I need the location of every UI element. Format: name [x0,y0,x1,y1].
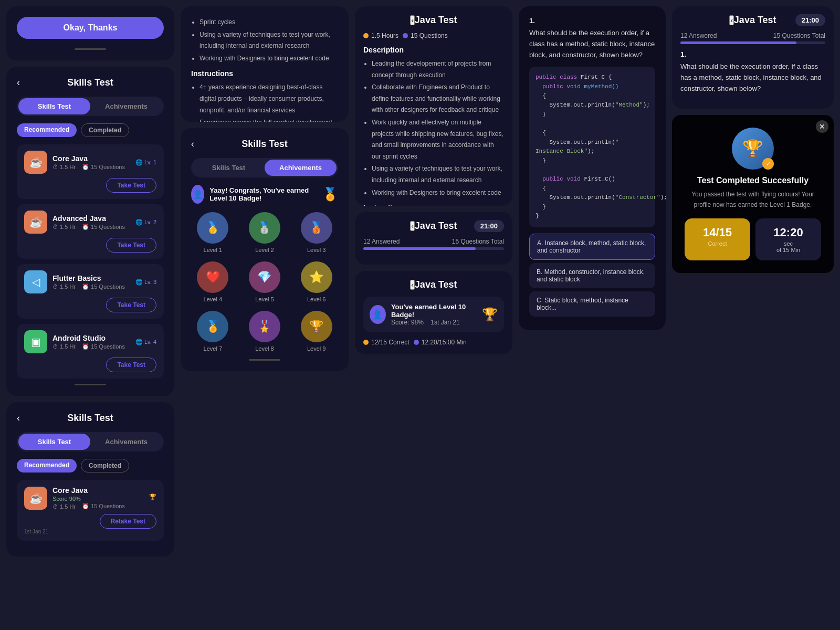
answer-option-a[interactable]: A. Instance block, method, static block,… [529,234,655,260]
tab-switcher-ach: Skills Test Achivements [191,158,338,177]
skills-test-title-1: Skills Test [67,77,113,88]
filter-row-2: Recommended Completed [17,459,164,472]
tab-achievements-1[interactable]: Achivements [90,98,162,114]
question-text-1: What should be the execution order, if a… [529,28,655,60]
test-name-1: Core Java [52,154,130,163]
congrats-text: Yaay! Congrats, You've earned Level 10 B… [209,186,317,202]
total-questions-1: 15 Questions Total [452,238,504,245]
badge-label-2: Level 2 [255,247,274,253]
earned-text: You've earned Level 10 Badge! [391,303,477,319]
desc-list-1: Leading the developement of projects fro… [363,58,504,198]
okay-thanks-button[interactable]: Okay, Thanks [17,17,164,39]
tab-achievements-ach[interactable]: Achivements [265,160,337,176]
desc-title-1: Description [363,46,504,54]
badge-label-1: Level 1 [204,247,222,253]
badge-level-8: 🎖️ Level 8 [243,311,287,352]
user-avatar-result: 👤 [370,305,386,324]
back-button-java-1[interactable]: ‹ [410,15,414,25]
close-modal-button[interactable]: ✕ [816,120,828,133]
java-test-result-card: ‹ Java Test 👤 You've earned Level 10 Bad… [355,271,512,354]
score-value: Score: 98% [391,319,424,326]
badge-label-6: Level 6 [307,296,326,302]
back-button-java-3[interactable]: ‹ [410,280,414,290]
java-test-title-1: Java Test [415,15,457,26]
level-badge-1: 🌐 Lv. 1 [135,159,156,166]
time-number: 12:20 [761,226,816,239]
skills-test-card-1: ‹ Skills Test Skills Test Achivements Re… [6,67,174,396]
take-test-btn-3[interactable]: Take Test [106,298,156,312]
badge-circle-8: 🎖️ [249,311,280,342]
back-button-java-2[interactable]: ‹ [410,221,414,231]
tab-achievements-2[interactable]: Achivements [90,434,162,450]
back-button-2[interactable]: ‹ [17,413,20,424]
filter-recommended-2[interactable]: Recommended [17,459,77,472]
time-unit-label: sec of 15 Min [761,240,816,253]
badge-level-4: ❤️ Level 4 [191,261,235,302]
badge-circle-4: ❤️ [197,261,228,293]
java-test-timer-card-1: ‹ Java Test 21:00 12 Answered 15 Questio… [355,212,512,265]
correct-label: Correct [690,240,745,247]
test-time-4: ⏱ 1.5 Hr [52,343,76,350]
badge-level-6: ⭐ Level 6 [295,261,338,302]
badges-grid: 🥇 Level 1 🥈 Level 2 🥉 Level 3 ❤️ Level 4… [191,212,338,352]
back-button-java-4[interactable]: ‹ [729,15,733,25]
test-time-1: ⏱ 1.5 Hr [52,164,76,171]
badge-circle-5: 💎 [249,261,280,293]
flutter-icon: ◁ [24,270,47,293]
take-test-btn-1[interactable]: Take Test [106,178,156,193]
trophy-icon: 🏆 [149,494,156,500]
test-name-2: Advanced Java [52,214,130,223]
badge-circle-2: 🥈 [249,212,280,244]
answered-count-1: 12 Answered [363,238,400,245]
tab-skills-ach[interactable]: Skills Test [193,160,265,176]
ach-progress [249,359,280,361]
badge-label-9: Level 9 [307,345,326,352]
time-chip-1: 1.5 Hours [363,32,398,39]
java-test-title-4: Java Test [734,15,776,26]
test-questions-5: ⏰ 15 Questions [82,503,125,510]
back-button-1[interactable]: ‹ [17,77,20,88]
instructions-list-1: 4+ years experience designing best-of-cl… [191,82,338,122]
progress-fill-2 [680,41,796,44]
back-button-ach[interactable]: ‹ [191,139,194,150]
progress-track-1 [363,247,504,250]
question-panel-1: 1. What should be the execution order, i… [519,6,666,330]
test-item-advanced-java: ☕ Advanced Java ⏱ 1.5 Hr ⏰ 15 Questions … [17,204,164,259]
java-icon-1: ☕ [24,151,47,174]
badge-label-8: Level 8 [255,345,274,352]
inst-2: Experience across the full product devel… [200,117,338,122]
skills-test-card-2: ‹ Skills Test Skills Test Achivements Re… [6,402,174,556]
answer-option-b[interactable]: B. Method, constructor, instance block, … [529,263,655,288]
completed-title: Test Completed Succesfully [685,176,821,185]
filter-completed-2[interactable]: Completed [81,459,129,472]
badge-label-3: Level 3 [307,247,326,253]
completed-modal: ✕ 🏆 ✓ Test Completed Succesfully You pas… [672,115,834,272]
take-test-btn-4[interactable]: Take Test [106,358,156,372]
badge-circle-6: ⭐ [301,261,332,293]
tab-skills-1[interactable]: Skills Test [18,98,90,114]
completed-subtitle: You passed the test with flying colours!… [685,190,821,209]
take-test-btn-2[interactable]: Take Test [106,238,156,253]
tab-skills-2[interactable]: Skills Test [18,434,90,450]
achievements-card: ‹ Skills Test Skills Test Achivements 👤 … [181,128,349,371]
inst-1: 4+ years experience designing best-of-cl… [200,82,338,116]
answer-option-c[interactable]: C. Static block, method, instance block.… [529,291,655,317]
retake-test-btn[interactable]: Retake Test [100,514,156,529]
questions-chip-1: 15 Questions [403,32,448,39]
timer-badge-1: 21:00 [474,220,504,232]
card-progress-1 [75,384,106,385]
test-questions-2: ⏰ 15 Questions [82,224,125,230]
java-icon-3: ☕ [24,487,47,510]
job-description-card: Sprint cycles Using a variety of techniq… [181,6,349,122]
instructions-title-1: Instructions [191,69,338,78]
result-stats-row: 12/15 Correct 12:20/15:00 Min [363,339,504,346]
badge-level-2: 🥈 Level 2 [243,212,287,253]
test-date: 1st Jan 21 [24,529,156,534]
completed-stats: 14/15 Correct 12:20 sec of 15 Min [685,218,821,260]
filter-recommended-1[interactable]: Recommended [17,123,77,137]
filter-completed-1[interactable]: Completed [81,123,129,137]
skills-test-title-2: Skills Test [67,413,113,424]
badge-label-4: Level 4 [204,296,222,302]
java-test-timer-card-2: ‹ Java Test 21:00 12 Answered 15 Questio… [672,6,834,109]
level-badge-large: 🏆 ✓ [732,128,774,170]
